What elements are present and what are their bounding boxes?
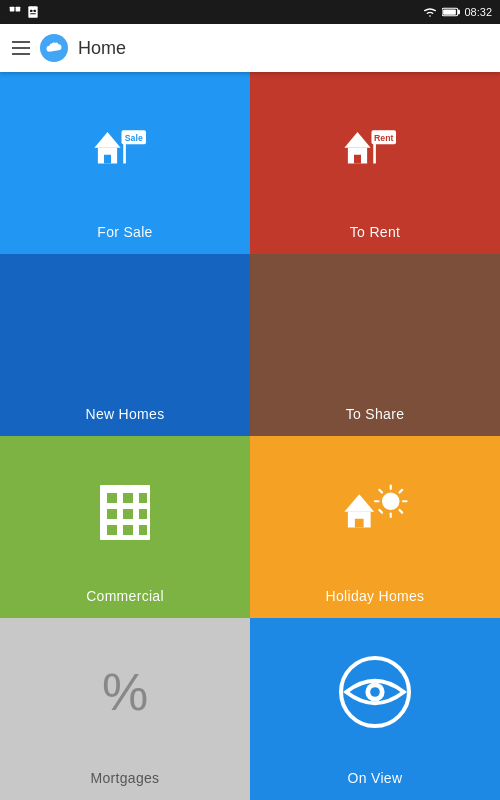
svg-rect-28 <box>107 525 117 535</box>
house-rent-icon: Rent <box>340 111 410 181</box>
to-share-icon-area <box>250 254 500 402</box>
svg-rect-18 <box>373 143 376 164</box>
building-icon <box>90 475 160 545</box>
svg-point-44 <box>370 687 380 697</box>
to-rent-label: To Rent <box>350 224 400 240</box>
svg-rect-11 <box>104 155 111 164</box>
tile-to-share[interactable]: To Share <box>250 254 500 436</box>
svg-line-39 <box>379 490 382 493</box>
svg-rect-22 <box>107 493 117 503</box>
svg-text:Sale: Sale <box>125 133 143 143</box>
status-bar-right: 08:32 <box>422 5 492 19</box>
tile-on-view[interactable]: On View <box>250 618 500 800</box>
svg-rect-5 <box>30 13 36 14</box>
svg-rect-33 <box>355 519 364 528</box>
svg-rect-4 <box>34 10 36 12</box>
tile-mortgages[interactable]: % Mortgages <box>0 618 250 800</box>
svg-rect-29 <box>123 525 133 535</box>
new-homes-label: New Homes <box>86 406 165 422</box>
for-sale-label: For Sale <box>97 224 152 240</box>
new-homes-icon-area <box>0 254 250 402</box>
svg-rect-8 <box>444 9 457 14</box>
tile-commercial[interactable]: Commercial <box>0 436 250 618</box>
eye-icon <box>343 657 407 727</box>
on-view-label: On View <box>348 770 403 786</box>
battery-icon <box>442 6 460 18</box>
tile-new-homes[interactable]: New Homes <box>0 254 250 436</box>
svg-rect-2 <box>28 6 37 18</box>
commercial-icon-area <box>0 436 250 584</box>
on-view-icon-area <box>250 618 500 766</box>
svg-line-41 <box>400 490 403 493</box>
percent-icon: % <box>102 662 148 722</box>
svg-marker-31 <box>344 494 374 512</box>
eye-icon-container <box>339 656 411 728</box>
top-bar: Home <box>0 24 500 72</box>
tile-to-rent[interactable]: Rent To Rent <box>250 72 500 254</box>
tile-for-sale[interactable]: Sale For Sale <box>0 72 250 254</box>
svg-line-42 <box>379 510 382 513</box>
svg-rect-27 <box>139 509 147 519</box>
status-bar-left <box>8 5 40 19</box>
app-title: Home <box>78 38 126 59</box>
svg-rect-3 <box>30 10 32 12</box>
mortgages-label: Mortgages <box>91 770 160 786</box>
cloud-icon <box>45 41 63 55</box>
for-sale-icon-area: Sale <box>0 72 250 220</box>
svg-text:Rent: Rent <box>374 133 394 143</box>
svg-marker-9 <box>94 132 120 148</box>
to-share-label: To Share <box>346 406 404 422</box>
svg-rect-12 <box>123 143 126 164</box>
home-grid: Sale For Sale Rent To Rent New Home <box>0 72 500 800</box>
mortgages-icon-area: % <box>0 618 250 766</box>
app-logo <box>40 34 68 62</box>
house-sun-icon <box>340 475 410 545</box>
svg-rect-23 <box>123 493 133 503</box>
svg-rect-26 <box>123 509 133 519</box>
holiday-homes-label: Holiday Homes <box>326 588 425 604</box>
house-sale-icon: Sale <box>90 111 160 181</box>
svg-point-34 <box>382 493 400 511</box>
svg-rect-1 <box>16 7 21 12</box>
holiday-homes-icon-area <box>250 436 500 584</box>
notification-icon <box>8 5 22 19</box>
tile-holiday-homes[interactable]: Holiday Homes <box>250 436 500 618</box>
to-rent-icon-area: Rent <box>250 72 500 220</box>
svg-rect-24 <box>139 493 147 503</box>
svg-rect-30 <box>139 525 147 535</box>
status-bar: 08:32 <box>0 0 500 24</box>
svg-rect-0 <box>10 7 15 12</box>
svg-marker-15 <box>344 132 370 148</box>
sim-icon <box>26 5 40 19</box>
svg-rect-25 <box>107 509 117 519</box>
svg-line-40 <box>400 510 403 513</box>
wifi-icon <box>422 5 438 19</box>
clock: 08:32 <box>464 6 492 18</box>
svg-rect-7 <box>458 10 460 15</box>
commercial-label: Commercial <box>86 588 164 604</box>
hamburger-menu[interactable] <box>12 41 30 55</box>
svg-rect-17 <box>354 155 361 164</box>
